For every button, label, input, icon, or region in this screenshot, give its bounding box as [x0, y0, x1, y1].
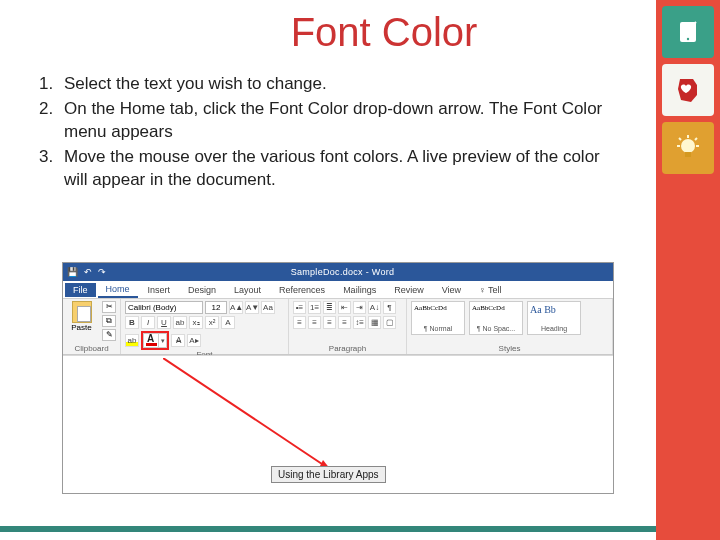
- show-marks-button[interactable]: ¶: [383, 301, 396, 314]
- slide-bottom-rule: [0, 526, 656, 532]
- font-color-dropdown-arrow[interactable]: ▾: [159, 333, 167, 348]
- style-normal[interactable]: AaBbCcDd ¶ Normal: [411, 301, 465, 335]
- paste-label: Paste: [71, 323, 91, 332]
- justify-button[interactable]: ≡: [338, 316, 351, 329]
- paste-icon: [72, 301, 92, 323]
- italic-button[interactable]: I: [141, 316, 155, 329]
- word-screenshot: 💾 ↶ ↷ SampleDoc.docx - Word File Home In…: [62, 262, 614, 494]
- numbering-button[interactable]: 1≡: [308, 301, 321, 314]
- group-paragraph: •≡ 1≡ ≣ ⇤ ⇥ A↓ ¶ ≡ ≡ ≡ ≡ ↕≡ ▦ ▢: [289, 299, 407, 354]
- tab-tell-me[interactable]: ♀ Tell: [471, 283, 510, 297]
- svg-line-7: [679, 138, 681, 140]
- tab-mailings[interactable]: Mailings: [335, 283, 384, 297]
- svg-line-9: [163, 358, 331, 470]
- slide-title: Font Color: [144, 10, 624, 55]
- svg-line-8: [695, 138, 697, 140]
- shading-button[interactable]: ▦: [368, 316, 381, 329]
- highlight-button[interactable]: ab: [125, 334, 139, 347]
- align-right-button[interactable]: ≡: [323, 316, 336, 329]
- tab-layout[interactable]: Layout: [226, 283, 269, 297]
- cut-button[interactable]: ✂: [102, 301, 116, 313]
- superscript-button[interactable]: x²: [205, 316, 219, 329]
- group-clipboard-label: Clipboard: [67, 344, 116, 354]
- word-titlebar: 💾 ↶ ↷ SampleDoc.docx - Word: [63, 263, 613, 281]
- group-styles: AaBbCcDd ¶ Normal AaBbCcDd ¶ No Spac... …: [407, 299, 613, 354]
- font-color-callout: A ▾: [141, 331, 169, 350]
- font-color-button[interactable]: A: [143, 333, 159, 348]
- redo-icon[interactable]: ↷: [98, 267, 106, 277]
- style-no-spacing[interactable]: AaBbCcDd ¶ No Spac...: [469, 301, 523, 335]
- tab-review[interactable]: Review: [386, 283, 432, 297]
- text-effects-2-button[interactable]: A▸: [187, 334, 201, 347]
- tab-insert[interactable]: Insert: [140, 283, 179, 297]
- align-left-button[interactable]: ≡: [293, 316, 306, 329]
- style-heading[interactable]: Aa Bb Heading: [527, 301, 581, 335]
- group-font: Calibri (Body) 12 A▲ A▼ Aa B I U ab x₂ x…: [121, 299, 289, 354]
- step-2: On the Home tab, click the Font Color dr…: [58, 98, 624, 144]
- font-name-combo[interactable]: Calibri (Body): [125, 301, 203, 314]
- group-paragraph-label: Paragraph: [293, 344, 402, 354]
- underline-button[interactable]: U: [157, 316, 171, 329]
- decrease-indent-button[interactable]: ⇤: [338, 301, 351, 314]
- text-effects-button[interactable]: A: [221, 316, 235, 329]
- slide-accent-sidebar: [656, 0, 720, 540]
- sort-button[interactable]: A↓: [368, 301, 381, 314]
- copy-button[interactable]: ⧉: [102, 315, 116, 327]
- font-color-swatch: [146, 343, 157, 346]
- callout-arrow: [163, 358, 383, 478]
- document-title: SampleDoc.docx - Word: [114, 267, 571, 277]
- group-styles-label: Styles: [411, 344, 608, 354]
- strikethrough-button[interactable]: ab: [173, 316, 187, 329]
- multilevel-button[interactable]: ≣: [323, 301, 336, 314]
- svg-point-2: [681, 139, 695, 153]
- ribbon-tabs: File Home Insert Design Layout Reference…: [63, 281, 613, 299]
- svg-rect-3: [685, 152, 691, 157]
- increase-indent-button[interactable]: ⇥: [353, 301, 366, 314]
- tab-file[interactable]: File: [65, 283, 96, 297]
- grow-font-button[interactable]: A▲: [229, 301, 243, 314]
- bulb-icon: [662, 122, 714, 174]
- document-area: Using the Library Apps: [63, 355, 613, 493]
- step-3: Move the mouse over the various font col…: [58, 146, 624, 192]
- quick-access-toolbar: 💾 ↶ ↷: [67, 267, 106, 277]
- step-1: Select the text you wish to change.: [58, 73, 624, 96]
- format-painter-button[interactable]: ✎: [102, 329, 116, 341]
- borders-button[interactable]: ▢: [383, 316, 396, 329]
- bullets-button[interactable]: •≡: [293, 301, 306, 314]
- svg-point-1: [687, 38, 689, 40]
- ribbon: Paste ✂ ⧉ ✎ Clipboard Calibri (Body) 12 …: [63, 299, 613, 355]
- change-case-button[interactable]: Aa: [261, 301, 275, 314]
- group-clipboard: Paste ✂ ⧉ ✎ Clipboard: [63, 299, 121, 354]
- tab-view[interactable]: View: [434, 283, 469, 297]
- bold-button[interactable]: B: [125, 316, 139, 329]
- document-sample-text: Using the Library Apps: [271, 466, 386, 483]
- undo-icon[interactable]: ↶: [84, 267, 92, 277]
- paste-button[interactable]: Paste: [67, 301, 96, 332]
- tablet-icon: [662, 6, 714, 58]
- font-size-combo[interactable]: 12: [205, 301, 227, 314]
- tab-home[interactable]: Home: [98, 282, 138, 298]
- clear-formatting-button[interactable]: A̶: [171, 334, 185, 347]
- shrink-font-button[interactable]: A▼: [245, 301, 259, 314]
- tab-references[interactable]: References: [271, 283, 333, 297]
- save-icon[interactable]: 💾: [67, 267, 78, 277]
- line-spacing-button[interactable]: ↕≡: [353, 316, 366, 329]
- instruction-list: Select the text you wish to change. On t…: [58, 73, 624, 192]
- tab-design[interactable]: Design: [180, 283, 224, 297]
- align-center-button[interactable]: ≡: [308, 316, 321, 329]
- subscript-button[interactable]: x₂: [189, 316, 203, 329]
- ohio-heart-icon: [662, 64, 714, 116]
